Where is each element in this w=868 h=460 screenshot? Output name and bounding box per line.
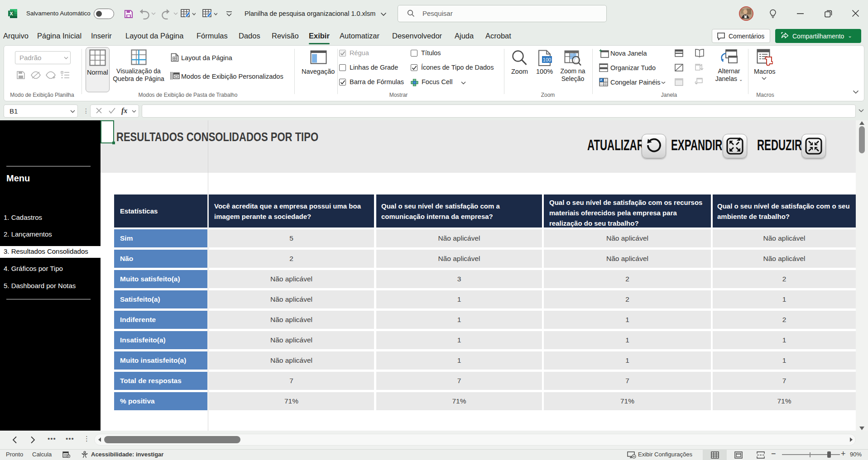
svg-text:100: 100: [543, 57, 551, 62]
svg-text:X: X: [10, 11, 13, 16]
